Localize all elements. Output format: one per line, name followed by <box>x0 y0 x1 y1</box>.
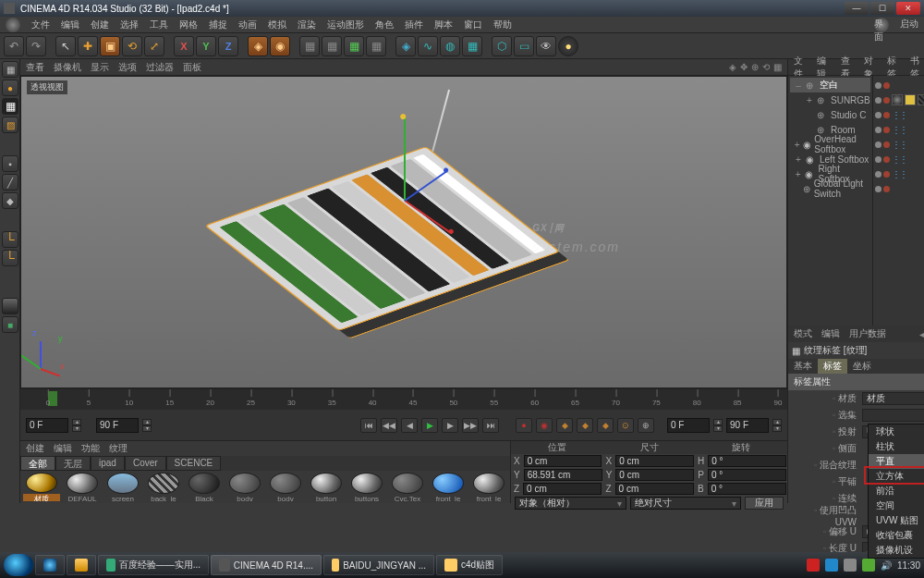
mat-tab-scence[interactable]: SCENCE <box>166 456 222 471</box>
visibility-dot[interactable] <box>883 186 890 192</box>
taskbar-pin-ie[interactable] <box>35 555 65 575</box>
rotate-tool[interactable] <box>122 36 142 56</box>
key-scale-button[interactable]: ◆ <box>577 418 593 433</box>
viewport-solo2-button[interactable] <box>2 316 18 333</box>
maximize-button[interactable]: ☐ <box>870 2 894 15</box>
scale-tool[interactable]: ▣ <box>100 36 120 56</box>
material-item[interactable]: front_le <box>469 473 508 501</box>
vp-nav5-icon[interactable]: ▦ <box>773 62 782 72</box>
dd-opt-cylinder[interactable]: 柱状 <box>869 439 924 454</box>
object-tree[interactable]: –空白+SUNRGBStudio CRoom+OverHead Softbox+… <box>788 76 924 326</box>
dd-opt-camera[interactable]: 摄像机设 <box>869 543 924 558</box>
tray-icon-4[interactable] <box>862 559 875 572</box>
menu-snap[interactable]: 捕捉 <box>209 18 227 31</box>
visibility-dot[interactable] <box>883 112 890 118</box>
axis2-button[interactable] <box>2 250 18 266</box>
dd-opt-sphere[interactable]: 球状 <box>869 424 924 439</box>
goto-end-button[interactable]: ⏭ <box>482 418 499 433</box>
range-end-field[interactable]: 90 F <box>726 418 769 433</box>
coord-size-select[interactable]: 绝对尺寸 <box>630 497 742 510</box>
axis-button[interactable] <box>2 231 18 248</box>
material-item[interactable]: Cyc.Tex <box>388 473 427 501</box>
coord-system2-button[interactable]: ◉ <box>270 36 290 56</box>
prev-key-button[interactable]: ◀◀ <box>381 418 397 433</box>
menu-layout-value[interactable]: 启动 <box>900 18 918 32</box>
start-button[interactable] <box>4 554 33 576</box>
minimize-button[interactable]: — <box>845 2 869 15</box>
coord-pos-field[interactable]: 68.591 cm <box>524 469 602 481</box>
coord-system-button[interactable]: ◈ <box>248 36 268 56</box>
attr-material-field[interactable]: 材质 <box>862 392 924 405</box>
menu-help[interactable]: 帮助 <box>493 18 512 31</box>
object-tag[interactable] <box>918 94 924 105</box>
vp-nav4-icon[interactable]: ⟲ <box>762 62 770 72</box>
key-pla-button[interactable]: ⊕ <box>638 418 654 433</box>
visibility-dot[interactable] <box>875 171 881 178</box>
coord-size-field[interactable]: 0 cm <box>615 455 694 467</box>
dd-opt-frontal[interactable]: 前沿 <box>869 484 924 498</box>
tree-row[interactable]: +SUNRGB <box>790 92 870 107</box>
add-light-button[interactable]: 👁 <box>536 36 556 56</box>
menu-mograph[interactable]: 运动图形 <box>327 18 364 31</box>
visibility-dot[interactable] <box>883 127 890 133</box>
attr-nav-back-icon[interactable]: ◀ <box>919 329 924 339</box>
axis-y-toggle[interactable]: Y <box>196 36 216 56</box>
visibility-dot[interactable] <box>875 82 881 89</box>
expand-icon[interactable]: + <box>794 169 802 179</box>
expand-icon[interactable]: + <box>794 140 800 150</box>
attr-subtab-coord[interactable]: 坐标 <box>847 359 877 374</box>
menu-animate[interactable]: 动画 <box>238 18 257 31</box>
light-bulb-button[interactable] <box>558 36 578 56</box>
material-item[interactable]: buttons <box>347 473 386 501</box>
visibility-dot[interactable] <box>875 97 881 104</box>
coord-apply-button[interactable]: 应用 <box>745 497 784 510</box>
dd-opt-shrink[interactable]: 收缩包裹 <box>869 528 924 543</box>
menu-select[interactable]: 选择 <box>120 18 139 31</box>
texture-mode-button[interactable] <box>2 98 18 115</box>
select-tool[interactable] <box>55 36 76 56</box>
tag-dots-icon[interactable] <box>892 140 906 150</box>
taskbar-pin-explorer[interactable] <box>67 555 96 575</box>
coord-size-field[interactable]: 0 cm <box>615 483 694 495</box>
coord-size-field[interactable]: 0 cm <box>615 469 694 481</box>
mat-menu-tex[interactable]: 纹理 <box>109 442 128 455</box>
coord-pos-field[interactable]: 0 cm <box>524 455 602 467</box>
menu-render[interactable]: 渲染 <box>298 18 316 31</box>
render-pv-button[interactable] <box>344 36 364 56</box>
menu-script[interactable]: 脚本 <box>434 18 453 31</box>
tray-clock[interactable]: 11:30 <box>897 560 920 571</box>
close-button[interactable]: ✕ <box>896 2 920 15</box>
menu-simulate[interactable]: 模拟 <box>268 18 286 31</box>
object-tag[interactable] <box>892 94 903 105</box>
poly-mode-button[interactable]: ◆ <box>2 192 18 209</box>
scene-object[interactable] <box>204 146 561 331</box>
model-mode-button[interactable]: ▦ <box>2 61 18 78</box>
next-key-button[interactable]: ▶▶ <box>462 418 479 433</box>
vp-nav1-icon[interactable]: ◈ <box>729 62 736 72</box>
attr-subtab-basic[interactable]: 基本 <box>788 359 818 374</box>
mat-tab-ipad[interactable]: ipad <box>91 456 125 471</box>
add-generator-button[interactable]: ◍ <box>440 36 460 56</box>
expand-icon[interactable]: – <box>794 80 803 91</box>
render-region-button[interactable] <box>322 36 342 56</box>
menu-file[interactable]: 文件 <box>31 18 50 31</box>
tag-dots-icon[interactable] <box>892 110 906 120</box>
material-item[interactable]: DEFAUL <box>63 473 102 501</box>
tray-icon-1[interactable] <box>807 559 820 572</box>
frame-down[interactable]: ▾ <box>72 425 81 432</box>
lasttool-button[interactable] <box>144 36 164 56</box>
add-environment-button[interactable]: ⬡ <box>492 36 512 56</box>
render-view-button[interactable] <box>299 36 320 56</box>
app-orb-icon[interactable] <box>6 18 20 32</box>
tree-row[interactable]: Global Light Switch <box>790 181 870 196</box>
material-item[interactable]: Black <box>185 473 224 501</box>
attr-selection-field[interactable] <box>862 409 924 422</box>
render-settings-button[interactable] <box>366 36 386 56</box>
current-frame-field[interactable]: 0 F <box>26 418 68 433</box>
taskbar-item-jingyan[interactable]: BAIDU_JINGYAN ... <box>323 555 434 575</box>
menu-character[interactable]: 角色 <box>375 18 394 31</box>
visibility-dot[interactable] <box>883 97 890 104</box>
axis-z-toggle[interactable]: Z <box>218 36 238 56</box>
key-param-button[interactable]: ⊙ <box>617 418 634 433</box>
play-button[interactable]: ▶ <box>421 418 438 433</box>
